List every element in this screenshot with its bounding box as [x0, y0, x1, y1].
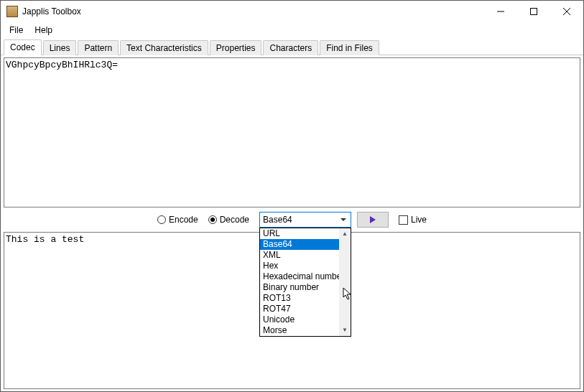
minimize-button[interactable] [484, 1, 517, 22]
encode-radio-group[interactable]: Encode [157, 215, 198, 225]
maximize-button[interactable] [517, 1, 550, 22]
input-textarea[interactable] [4, 57, 580, 207]
tab-lines[interactable]: Lines [43, 40, 77, 55]
codec-option-morse[interactable]: Morse [260, 325, 351, 336]
decode-label: Decode [220, 215, 249, 225]
codec-option-hexnum[interactable]: Hexadecimal number [260, 271, 351, 282]
play-icon [370, 216, 376, 223]
window-title: Japplis Toolbox [22, 6, 81, 17]
live-checkbox[interactable] [399, 215, 408, 225]
dropdown-scrollbar[interactable]: ▲ ▼ [339, 228, 351, 336]
tab-pattern[interactable]: Pattern [78, 40, 119, 55]
codec-option-rot47[interactable]: ROT47 [260, 304, 351, 314]
decode-radio[interactable] [208, 215, 217, 224]
encode-label: Encode [169, 215, 198, 225]
codec-option-hex[interactable]: Hex [260, 261, 351, 271]
codec-option-base64[interactable]: Base64 [260, 239, 351, 250]
close-button[interactable] [550, 1, 583, 22]
run-button[interactable] [357, 212, 389, 228]
tab-codec[interactable]: Codec [4, 39, 42, 55]
live-checkbox-group[interactable]: Live [399, 215, 427, 225]
tab-properties[interactable]: Properties [210, 40, 262, 55]
menu-help[interactable]: Help [29, 24, 58, 37]
menu-file[interactable]: File [4, 24, 29, 37]
app-window: Japplis Toolbox File Help Codec Lines Pa… [0, 0, 584, 392]
codec-option-xml[interactable]: XML [260, 250, 351, 261]
close-icon [563, 8, 570, 15]
minimize-icon [497, 8, 504, 15]
svg-rect-1 [531, 9, 537, 15]
menubar: File Help [1, 22, 583, 38]
codec-dropdown-list: URL Base64 XML Hex Hexadecimal number Bi… [259, 228, 351, 337]
scroll-down-icon[interactable]: ▼ [339, 325, 351, 336]
tab-characters[interactable]: Characters [263, 40, 318, 55]
tab-row: Codec Lines Pattern Text Characteristics… [1, 38, 583, 55]
tab-find-in-files[interactable]: Find in Files [320, 40, 379, 55]
decode-radio-group[interactable]: Decode [208, 215, 249, 225]
content-area: Encode Decode Base64 URL Base64 XML Hex … [1, 55, 583, 391]
tab-text-characteristics[interactable]: Text Characteristics [120, 40, 208, 55]
codec-option-rot13[interactable]: ROT13 [260, 293, 351, 304]
maximize-icon [530, 8, 537, 15]
app-icon [6, 6, 18, 17]
codec-option-binnum[interactable]: Binary number [260, 282, 351, 293]
live-label: Live [411, 215, 427, 225]
codec-option-unicode[interactable]: Unicode [260, 314, 351, 325]
titlebar: Japplis Toolbox [1, 1, 583, 22]
scroll-up-icon[interactable]: ▲ [339, 228, 351, 240]
encode-radio[interactable] [157, 215, 166, 224]
codec-combo-value: Base64 [263, 215, 292, 225]
controls-row: Encode Decode Base64 URL Base64 XML Hex … [2, 208, 582, 231]
codec-combo[interactable]: Base64 URL Base64 XML Hex Hexadecimal nu… [259, 212, 351, 228]
codec-combo-display[interactable]: Base64 [259, 212, 351, 228]
codec-option-url[interactable]: URL [260, 228, 351, 239]
